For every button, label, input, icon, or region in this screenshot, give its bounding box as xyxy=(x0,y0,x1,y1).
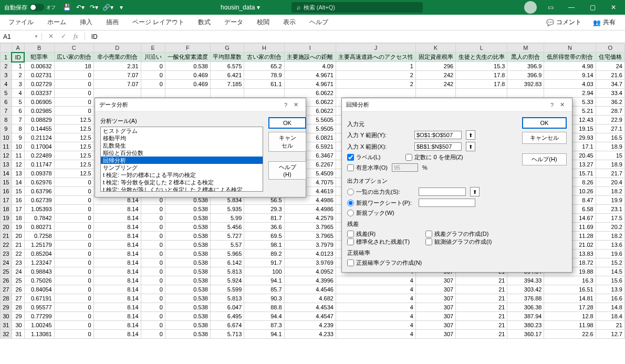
close-icon[interactable]: ✕ xyxy=(557,100,568,109)
tab-insert[interactable]: 挿入 xyxy=(78,15,95,30)
cancel-button[interactable]: キャンセル xyxy=(268,132,306,152)
minimize-icon[interactable]: — xyxy=(564,3,579,12)
cell[interactable]: 394.33 xyxy=(507,276,544,285)
cell[interactable]: 0 xyxy=(141,80,165,89)
cell[interactable]: 0.469 xyxy=(165,71,210,80)
cell[interactable]: 6.674 xyxy=(210,321,244,330)
cell[interactable]: 4 xyxy=(336,294,415,303)
cell[interactable]: 20.4 xyxy=(596,178,624,187)
comment-button[interactable]: 💬 コメント xyxy=(543,17,585,28)
cell[interactable]: 392.83 xyxy=(507,80,544,89)
undo-icon[interactable]: ↶▾ xyxy=(76,3,85,12)
col-header[interactable]: K xyxy=(415,44,455,53)
cell[interactable]: 0 xyxy=(54,232,93,241)
tab-file[interactable]: ファイル xyxy=(6,15,36,30)
search-input[interactable] xyxy=(304,4,418,11)
cell[interactable]: 7.07 xyxy=(93,80,141,89)
row-header[interactable]: 6 xyxy=(1,98,12,107)
cell[interactable]: 0 xyxy=(54,321,93,330)
cell[interactable] xyxy=(336,89,415,98)
cell[interactable]: 360.17 xyxy=(507,330,544,339)
list-item[interactable]: t 検定: 一対の標本による平均の検定 xyxy=(101,171,263,179)
cell[interactable]: 5 xyxy=(12,98,24,107)
cell[interactable]: 4.3996 xyxy=(284,276,336,285)
cell[interactable]: 5.965 xyxy=(210,249,244,258)
cell[interactable]: 4.0123 xyxy=(284,249,336,258)
cell[interactable]: 1.00245 xyxy=(24,321,54,330)
cell[interactable]: 0.62976 xyxy=(24,178,54,187)
cell[interactable]: 18.9 xyxy=(596,142,624,151)
line-fit-plots-checkbox[interactable] xyxy=(425,238,432,245)
cell[interactable]: 21 xyxy=(12,241,24,249)
cell[interactable]: 2.94 xyxy=(544,89,596,98)
redo-icon[interactable]: ↷▾ xyxy=(89,3,99,12)
ok-button[interactable]: OK xyxy=(268,117,306,129)
cell[interactable]: 4 xyxy=(12,89,24,98)
cell[interactable]: 21 xyxy=(456,285,507,294)
cell[interactable]: 9.14 xyxy=(544,71,596,80)
row-header[interactable]: 31 xyxy=(1,321,12,330)
cell[interactable]: 17.28 xyxy=(544,303,596,312)
cell[interactable]: 380.23 xyxy=(507,321,544,330)
cell[interactable]: 固定資産税率 xyxy=(415,53,455,62)
cell[interactable]: 13.9 xyxy=(596,285,624,294)
tab-help[interactable]: ヘルプ xyxy=(307,15,330,30)
cell[interactable]: 4.98 xyxy=(544,62,596,71)
cell[interactable]: 0.538 xyxy=(165,276,210,285)
cell[interactable]: 3.9769 xyxy=(284,258,336,267)
cell[interactable]: 0.538 xyxy=(165,232,210,241)
cell[interactable]: 307 xyxy=(415,321,455,330)
cell[interactable] xyxy=(456,89,507,98)
cell[interactable]: 0 xyxy=(141,214,165,223)
col-header[interactable]: G xyxy=(210,44,244,53)
ribbon-mode-icon[interactable]: ▭ xyxy=(543,3,558,12)
cell[interactable]: 0 xyxy=(141,276,165,285)
cell[interactable]: 24 xyxy=(12,267,24,276)
cell[interactable]: 0 xyxy=(141,303,165,312)
cell[interactable]: 306.38 xyxy=(507,303,544,312)
list-item[interactable]: t 検定: 等分散を仮定した 2 標本による検定 xyxy=(101,179,263,186)
filename[interactable]: housin_data ▾ xyxy=(221,4,260,11)
row-header[interactable]: 15 xyxy=(1,178,12,187)
cell[interactable]: 4 xyxy=(336,276,415,285)
cell[interactable]: 0 xyxy=(54,223,93,232)
cell[interactable]: 0.538 xyxy=(165,214,210,223)
row-header[interactable]: 2 xyxy=(1,62,12,71)
labels-checkbox[interactable] xyxy=(347,154,354,161)
cell[interactable]: 6.047 xyxy=(210,303,244,312)
cell[interactable]: 100 xyxy=(244,267,284,276)
cell[interactable]: 8.14 xyxy=(93,276,141,285)
cell[interactable]: 1.23247 xyxy=(24,258,54,267)
row-header[interactable]: 25 xyxy=(1,267,12,276)
row-header[interactable]: 22 xyxy=(1,241,12,249)
cell[interactable] xyxy=(165,89,210,98)
cancel-button[interactable]: キャンセル xyxy=(522,132,567,144)
fx-icon[interactable]: fx xyxy=(71,33,80,40)
cell[interactable]: 4.9671 xyxy=(284,71,336,80)
cell[interactable]: 生徒と先生の比率 xyxy=(456,53,507,62)
x-range-input[interactable] xyxy=(414,142,462,151)
row-header[interactable]: 30 xyxy=(1,312,12,321)
cell[interactable]: 4.4546 xyxy=(284,285,336,294)
cell[interactable]: 0.538 xyxy=(165,62,210,71)
cell[interactable] xyxy=(415,89,455,98)
cell[interactable] xyxy=(141,89,165,98)
new-book-radio[interactable] xyxy=(347,210,354,216)
col-header[interactable]: A xyxy=(12,44,24,53)
cell[interactable]: 8.14 xyxy=(93,321,141,330)
cell[interactable]: 0.11747 xyxy=(24,160,54,169)
row-header[interactable]: 24 xyxy=(1,258,12,267)
cell[interactable]: 4.0952 xyxy=(284,267,336,276)
cell[interactable]: 4.4547 xyxy=(284,312,336,321)
cell[interactable]: 0 xyxy=(54,241,93,249)
avatar[interactable] xyxy=(524,1,537,14)
cell[interactable]: 0.95577 xyxy=(24,303,54,312)
cell[interactable]: 4 xyxy=(336,303,415,312)
cell[interactable]: 3.7965 xyxy=(284,232,336,241)
cell[interactable]: 8.14 xyxy=(93,267,141,276)
share-button[interactable]: 👥 共有 xyxy=(590,17,619,28)
cell[interactable]: 16.5 xyxy=(596,133,624,142)
cell[interactable]: 8.14 xyxy=(93,303,141,312)
cell[interactable]: 19 xyxy=(12,223,24,232)
cell[interactable]: 0 xyxy=(54,205,93,214)
